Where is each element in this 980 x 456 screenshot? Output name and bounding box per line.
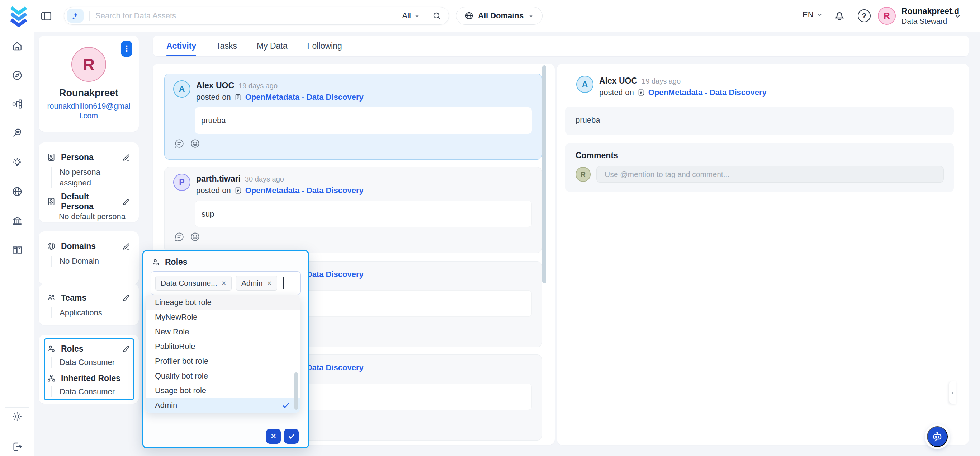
roles-icon xyxy=(47,344,56,353)
edit-domains-icon[interactable] xyxy=(122,242,131,251)
cancel-x-icon: ✕ xyxy=(270,432,277,440)
domains-globe-icon[interactable] xyxy=(11,186,23,197)
profile-avatar-initial: R xyxy=(83,55,95,74)
post-target-link[interactable]: OpenMetadata - Data Discovery xyxy=(245,185,364,196)
ai-sparkle-icon[interactable] xyxy=(67,9,84,22)
search-input[interactable] xyxy=(95,11,402,21)
role-option[interactable]: MyNewRole xyxy=(146,309,300,324)
post-time: 19 days ago xyxy=(239,81,278,91)
role-option[interactable]: Quality bot role xyxy=(146,368,300,383)
role-option[interactable]: PablitoRole xyxy=(146,339,300,354)
insights-bulb-icon[interactable] xyxy=(11,157,23,168)
post-author[interactable]: parth.tiwari xyxy=(196,174,240,184)
edit-persona-icon[interactable] xyxy=(122,153,131,162)
feed-post-selected[interactable]: A Alex UOC 19 days ago posted on OpenMet… xyxy=(164,73,542,159)
feed-scrollbar[interactable] xyxy=(542,65,546,284)
post-message: prueba xyxy=(195,107,532,134)
detail-post-header: A Alex UOC 19 days ago posted on OpenMet… xyxy=(576,76,767,97)
emoji-reaction-icon[interactable] xyxy=(190,138,200,149)
teams-title: Teams xyxy=(61,293,117,303)
comment-avatar-initial: R xyxy=(581,171,585,179)
teams-value[interactable]: Applications xyxy=(51,308,131,318)
remove-tag-icon[interactable]: ✕ xyxy=(267,280,272,287)
role-option-selected[interactable]: Admin xyxy=(146,398,300,413)
observability-icon[interactable] xyxy=(11,128,23,139)
edit-default-persona-icon[interactable] xyxy=(122,197,131,206)
user-menu-chevron-icon[interactable] xyxy=(954,12,962,20)
text-cursor xyxy=(283,277,284,289)
roles-select-input[interactable]: Data Consume... ✕ Admin ✕ xyxy=(151,271,301,295)
openmetadata-logo-icon[interactable] xyxy=(8,5,29,27)
roles-card: Roles Data Consumer Inherited Roles Data… xyxy=(39,335,139,403)
detail-avatar-initial: A xyxy=(582,80,588,89)
tab-following[interactable]: Following xyxy=(307,35,342,56)
tab-tasks[interactable]: Tasks xyxy=(216,35,237,56)
govern-bank-icon[interactable] xyxy=(11,215,23,227)
inherited-roles-header: Inherited Roles xyxy=(47,373,131,384)
comment-compose-row: R xyxy=(576,166,944,183)
help-icon[interactable]: ? xyxy=(858,10,871,22)
comment-input[interactable] xyxy=(596,166,944,183)
role-option-label: Usage bot role xyxy=(155,386,206,395)
persona-header: Persona xyxy=(47,152,131,163)
chatbot-button[interactable] xyxy=(927,426,948,447)
language-dropdown[interactable]: EN xyxy=(802,10,823,19)
roles-title: Roles xyxy=(61,344,117,354)
edit-teams-icon[interactable] xyxy=(122,293,131,303)
post-action: posted on xyxy=(196,92,231,102)
selected-role-label: Admin xyxy=(241,279,263,287)
default-persona-title: Default Persona xyxy=(61,192,117,211)
profile-more-menu-button[interactable]: ⋮ xyxy=(121,41,132,57)
sidebar-toggle-icon[interactable] xyxy=(40,10,52,22)
domains-value: No Domain xyxy=(51,256,131,266)
thread-icon[interactable] xyxy=(174,138,185,149)
thread-icon[interactable] xyxy=(174,231,185,242)
cancel-button[interactable]: ✕ xyxy=(266,429,281,444)
post-time: 30 days ago xyxy=(245,174,284,184)
selected-role-tag: Admin ✕ xyxy=(236,276,277,290)
robot-icon xyxy=(931,430,943,443)
role-option-label: Admin xyxy=(155,401,177,410)
user-menu[interactable]: Rounakpreet.d Data Steward xyxy=(902,6,959,26)
emoji-reaction-icon[interactable] xyxy=(190,231,200,242)
role-option[interactable]: Profiler bot role xyxy=(146,354,300,368)
post-avatar-initial: P xyxy=(179,178,184,187)
glossary-book-icon[interactable] xyxy=(11,244,23,256)
default-persona-header: Default Persona xyxy=(47,196,131,207)
role-option[interactable]: New Role xyxy=(146,324,300,339)
search-icon[interactable] xyxy=(432,11,441,21)
edit-roles-icon[interactable] xyxy=(122,344,131,353)
global-search-bar[interactable]: All xyxy=(64,7,449,25)
profile-email[interactable]: rounakdhillon619@gmail.com xyxy=(46,102,132,121)
remove-tag-icon[interactable]: ✕ xyxy=(221,280,226,287)
default-persona-icon xyxy=(47,197,56,206)
dropdown-scrollbar[interactable] xyxy=(294,372,298,410)
logout-icon[interactable] xyxy=(11,441,23,453)
settings-gear-icon[interactable] xyxy=(11,411,23,422)
detail-target-link[interactable]: OpenMetadata - Data Discovery xyxy=(648,88,767,97)
lineage-icon[interactable] xyxy=(11,98,23,110)
all-domains-label: All Domains xyxy=(478,11,523,21)
confirm-button[interactable] xyxy=(284,429,299,444)
explore-compass-icon[interactable] xyxy=(11,70,23,81)
search-scope-dropdown[interactable]: All xyxy=(402,11,420,21)
search-divider-2 xyxy=(426,11,426,21)
role-option[interactable]: Lineage bot role xyxy=(146,295,300,309)
post-target-link[interactable]: OpenMetadata - Data Discovery xyxy=(245,92,364,102)
user-avatar[interactable]: R xyxy=(878,7,896,25)
notifications-bell-icon[interactable] xyxy=(833,10,846,22)
home-icon[interactable] xyxy=(11,41,23,52)
feed-post[interactable]: P parth.tiwari 30 days ago posted on Ope… xyxy=(164,167,542,253)
confirm-check-icon xyxy=(288,432,296,440)
role-option[interactable]: Usage bot role xyxy=(146,383,300,398)
all-domains-button[interactable]: All Domains xyxy=(456,7,542,25)
language-label: EN xyxy=(802,10,814,19)
tab-my-data[interactable]: My Data xyxy=(257,35,288,56)
roles-header: Roles xyxy=(47,343,131,354)
collapsed-side-widget[interactable] xyxy=(949,381,956,403)
post-author[interactable]: Alex UOC xyxy=(196,80,234,91)
detail-author[interactable]: Alex UOC xyxy=(599,76,637,86)
tab-activity[interactable]: Activity xyxy=(166,35,196,56)
default-persona-value: No default persona xyxy=(51,211,131,222)
roles-icon xyxy=(151,258,161,267)
